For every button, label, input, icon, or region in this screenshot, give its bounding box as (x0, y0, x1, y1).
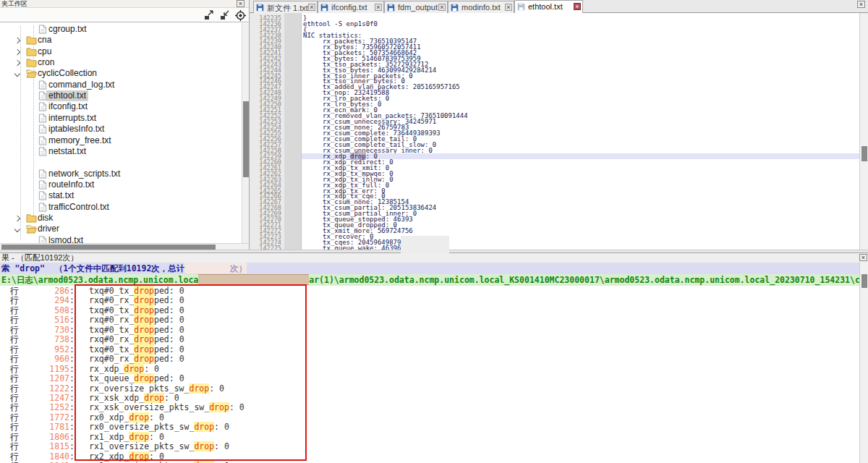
tree-item-ethtool-txt[interactable]: ethtool.txt (0, 90, 242, 101)
tree-item-lsmod-txt[interactable]: lsmod.txt (0, 235, 242, 243)
editor-text-area[interactable]: }ethtool -S enp1s0f0{NIC statistics: rx_… (302, 13, 859, 250)
result-line-number: 1247 (27, 394, 69, 403)
chevron-right-icon[interactable] (14, 48, 20, 54)
tree-item-label: lsmod.txt (46, 235, 85, 243)
result-line-number: 730 (27, 326, 69, 335)
results-vertical-scrollbar-thumb[interactable] (861, 274, 867, 288)
editor-vertical-scrollbar[interactable] (859, 13, 868, 250)
chevron-right-icon[interactable] (14, 38, 20, 43)
workspace-close-icon[interactable]: × (237, 0, 244, 7)
tab-close-icon[interactable]: × (574, 3, 581, 10)
tab-close-icon[interactable]: × (505, 4, 512, 11)
tab-ifconfig-txt[interactable]: ifconfig.txt× (318, 1, 384, 13)
result-line-number: 1815 (27, 442, 69, 451)
saved-file-icon (451, 4, 459, 13)
tree-item-stat-txt[interactable]: stat.txt (0, 190, 242, 201)
tree-item-interrupts-txt[interactable]: interrupts.txt (0, 113, 242, 124)
tree-vertical-scrollbar[interactable] (242, 23, 249, 243)
collapse-all-icon[interactable] (219, 10, 231, 20)
result-colon: : (69, 433, 75, 442)
row-prefix: 行 (10, 286, 19, 296)
row-prefix: 行 (10, 354, 19, 364)
result-line-number: 1806 (27, 433, 69, 442)
tab-label: fdm_output (398, 3, 438, 12)
tree-item-network_scripts-txt[interactable]: network_scripts.txt (0, 169, 242, 179)
tree-vertical-scrollbar-thumb[interactable] (243, 101, 249, 177)
row-prefix: 行 (10, 452, 19, 462)
row-prefix: 行 (10, 433, 19, 442)
tree-item-cyclicCollection[interactable]: cyclicCollection (0, 68, 242, 79)
chevron-right-icon[interactable] (14, 60, 20, 66)
result-colon: : (69, 354, 75, 364)
expand-to-file-icon[interactable] (203, 10, 215, 20)
result-line-number: 738 (27, 335, 69, 344)
row-prefix: 行 (10, 422, 19, 432)
chevron-down-icon[interactable] (14, 226, 20, 232)
editor-line: } (302, 15, 859, 21)
result-line-number: 508 (27, 306, 69, 315)
file-tree[interactable]: cgroup.txtcnacpucroncyclicCollectioncomm… (0, 23, 242, 243)
chevron-right-icon[interactable] (14, 216, 20, 221)
chevron-down-icon[interactable] (14, 71, 20, 77)
locate-file-icon[interactable] (235, 10, 246, 21)
tree-item-netstat-txt[interactable]: netstat.txt (0, 146, 242, 157)
result-colon: : (69, 306, 75, 315)
row-prefix: 行 (10, 374, 19, 383)
tree-item-trafficControl-txt[interactable]: trafficControl.txt (0, 202, 242, 213)
tree-horizontal-scrollbar[interactable] (0, 243, 249, 250)
tree-item-label: cna (35, 35, 54, 46)
tree-item-disk[interactable]: disk (0, 213, 242, 224)
tree-item-label: trafficControl.txt (46, 202, 111, 213)
tree-item-driver[interactable]: driver (0, 224, 242, 234)
row-prefix: 行 (10, 306, 19, 315)
result-colon: : (69, 326, 75, 335)
result-line-number: 1772 (27, 413, 69, 422)
tree-item-command_log-txt[interactable]: command_log.txt (0, 80, 242, 90)
saved-file-icon (517, 3, 525, 12)
result-colon: : (69, 374, 75, 383)
tree-item-label: interrupts.txt (46, 113, 98, 124)
result-colon: : (69, 394, 75, 403)
tab--1-txt[interactable]: 新文件 1.txt× (253, 1, 318, 13)
summary-text: 索 "drop" （1个文件中匹配到10192次，总计 (1, 263, 184, 273)
result-colon: : (69, 296, 75, 305)
tree-item-iptablesInfo-txt[interactable]: iptablesInfo.txt (0, 124, 242, 135)
row-prefix: 行 (10, 442, 19, 451)
tree-item-routeInfo-txt[interactable]: routeInfo.txt (0, 179, 242, 190)
tab-label: ethtool.txt (528, 2, 563, 11)
tree-item-label: memory_free.txt (46, 135, 114, 146)
result-colon: : (69, 413, 75, 422)
tree-item-ifconfig-txt[interactable]: ifconfig.txt (0, 101, 242, 112)
row-prefix: 行 (10, 315, 19, 325)
tabbar-close-icon[interactable]: × (857, 1, 865, 8)
editor-line: { (302, 27, 859, 33)
tree-item-cron[interactable]: cron (0, 57, 242, 68)
tab-close-icon[interactable]: × (375, 4, 382, 11)
tree-item-cgroup-txt[interactable]: cgroup.txt (0, 24, 242, 35)
tab-label: modinfo.txt (461, 3, 501, 12)
row-prefix: 行 (10, 296, 19, 305)
tree-item-label: iptablesInfo.txt (46, 124, 106, 135)
result-line-number: 286 (27, 286, 69, 296)
results-vertical-scrollbar[interactable] (859, 263, 868, 463)
result-line-number: 1207 (27, 374, 69, 383)
tab-bar: × 新文件 1.txt×ifconfig.txt×fdm_output×modi… (250, 0, 868, 13)
row-prefix: 行 (10, 365, 19, 374)
tree-item-label: cpu (35, 46, 54, 57)
path-text-pre: E:\日志\armod0523.odata.ncmp.unicom.loca (1, 275, 198, 285)
tree-horizontal-scrollbar-thumb[interactable] (1, 245, 216, 250)
tab-ethtool-txt[interactable]: ethtool.txt× (514, 0, 583, 13)
tab-close-icon[interactable]: × (438, 4, 446, 11)
workspace-title: 夹工作区 (0, 0, 249, 8)
tree-item-cna[interactable]: cna (0, 35, 242, 46)
tree-item-cpu[interactable]: cpu (0, 46, 242, 57)
tab-fdm_output[interactable]: fdm_output× (384, 1, 448, 13)
tab-close-icon[interactable]: × (308, 4, 315, 11)
search-summary-line[interactable]: 索 "drop" （1个文件中匹配到10192次，总计次） (0, 263, 859, 274)
results-close-icon[interactable]: × (859, 254, 867, 261)
editor-vertical-scrollbar-thumb[interactable] (861, 146, 867, 161)
tree-item-memory_free-txt[interactable]: memory_free.txt (0, 135, 242, 146)
row-prefix: 行 (10, 326, 19, 335)
tab-modinfo-txt[interactable]: modinfo.txt× (448, 1, 514, 13)
result-line-number: 1840 (27, 452, 69, 462)
